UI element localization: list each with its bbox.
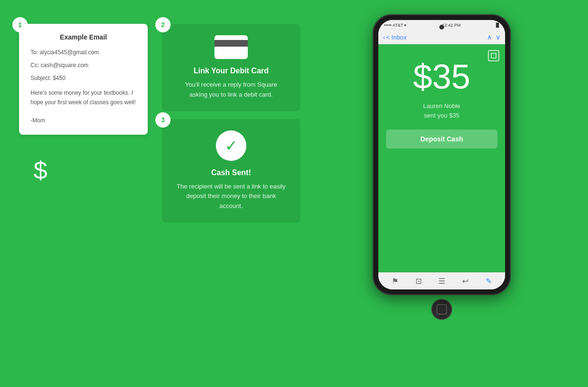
email-subject: Subject: $450 [30, 74, 136, 82]
email-to: To: alycia4545@gmail.com [30, 49, 136, 57]
battery-icon: ▉ [496, 23, 499, 28]
square-logo-inner [491, 53, 497, 59]
main-container: 1 Example Email To: alycia4545@gmail.com… [0, 0, 588, 387]
middle-section: 2 Link Your Debit Card You'll receive a … [162, 24, 300, 223]
iphone-wrapper: ••••• AT&T ▾ 12:42 PM ▉ ‹ < Inbox [373, 14, 511, 320]
cash-app-dollar-sign: $ [34, 156, 48, 185]
step-3-title: Cash Sent! [176, 169, 286, 177]
step-3-icon-container: ✓ [176, 130, 286, 161]
up-arrow-icon[interactable]: ∧ [487, 33, 492, 41]
step-3-card: 3 ✓ Cash Sent! The recipient will be sen… [162, 119, 300, 223]
iphone-home-button-inner [436, 304, 447, 315]
sender-info: Lauren Noble sent you $35 [423, 101, 460, 120]
email-cc: Cc: cash@square.com [30, 61, 136, 69]
email-header: ‹ < Inbox ∧ ∨ [378, 30, 505, 44]
right-section: ••••• AT&T ▾ 12:42 PM ▉ ‹ < Inbox [314, 14, 569, 320]
step-3-desc: The recipient will be sent a link to eas… [176, 182, 286, 211]
signal-dots: ••••• [384, 23, 392, 28]
step-1-badge: 1 [12, 17, 28, 32]
folder-icon[interactable]: ⊡ [416, 277, 422, 286]
email-card-title: Example Email [30, 33, 136, 41]
step-2-desc: You'll receive a reply from Square askin… [176, 80, 286, 100]
step-1-container: 1 Example Email To: alycia4545@gmail.com… [19, 24, 148, 135]
inbox-back-button[interactable]: ‹ < Inbox [383, 34, 406, 41]
email-content: $35 Lauren Noble sent you $35 Deposit Ca… [378, 44, 505, 272]
email-signature: -Mom [30, 117, 45, 124]
down-arrow-icon[interactable]: ∨ [496, 33, 500, 41]
iphone-home-button[interactable] [431, 299, 452, 320]
step-2-card: 2 Link Your Debit Card You'll receive a … [162, 24, 300, 111]
email-toolbar: ⚑ ⊡ ☰ ↩ ✎ [378, 272, 505, 289]
card-stripe [214, 40, 248, 47]
carrier-name: AT&T ▾ [393, 23, 407, 28]
step-3-badge: 3 [155, 112, 171, 128]
nav-arrows: ∧ ∨ [487, 33, 500, 41]
time-display: 12:42 PM [442, 23, 461, 28]
square-logo [488, 50, 499, 61]
left-section: 1 Example Email To: alycia4545@gmail.com… [19, 24, 148, 192]
inbox-label: < Inbox [386, 34, 406, 41]
sender-action: sent you $35 [424, 112, 459, 119]
iphone-frame: ••••• AT&T ▾ 12:42 PM ▉ ‹ < Inbox [373, 14, 511, 295]
archive-icon[interactable]: ☰ [438, 277, 445, 286]
cash-app-icon: $ [19, 149, 62, 192]
step-2-badge: 2 [155, 17, 171, 32]
email-card: Example Email To: alycia4545@gmail.com C… [19, 24, 148, 135]
sender-name: Lauren Noble [423, 102, 460, 109]
amount-display: $35 [413, 60, 470, 94]
credit-card-icon [214, 35, 248, 59]
iphone-camera [439, 25, 444, 30]
iphone-screen: ••••• AT&T ▾ 12:42 PM ▉ ‹ < Inbox [378, 20, 505, 289]
checkmark-icon: ✓ [225, 137, 238, 155]
reply-icon[interactable]: ↩ [462, 277, 468, 286]
check-circle: ✓ [216, 130, 246, 161]
email-body: Here's some money for your textbooks. I … [30, 89, 136, 125]
flag-icon[interactable]: ⚑ [392, 277, 398, 286]
step-2-title: Link Your Debit Card [176, 67, 286, 75]
back-chevron-icon: ‹ [383, 34, 385, 41]
deposit-cash-button[interactable]: Deposit Cash [386, 129, 497, 149]
step-2-icon-container [176, 35, 286, 59]
compose-icon[interactable]: ✎ [486, 277, 492, 286]
